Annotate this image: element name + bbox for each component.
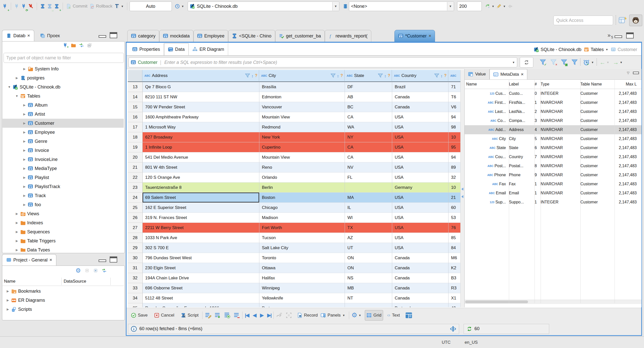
- cell-city[interactable]: Salt Lake City: [259, 243, 345, 253]
- cell-postal[interactable]: 71: [449, 82, 461, 92]
- column-header-name[interactable]: Name: [3, 279, 61, 284]
- panel-tab-metadata[interactable]: MetaData×: [490, 69, 527, 79]
- tree-item-sequences[interactable]: ▶Sequences: [3, 227, 124, 236]
- project-item-scripts[interactable]: ▶Scripts: [3, 305, 124, 314]
- new-sql-script-icon[interactable]: +: [53, 2, 60, 11]
- cell-city[interactable]: Redmond: [259, 122, 345, 132]
- filter-help-icon[interactable]: ?: [444, 73, 447, 78]
- cell-country[interactable]: USA: [392, 142, 449, 152]
- tree-collapse-arrow[interactable]: ▼: [8, 85, 11, 89]
- tree-item-sqlite-chinook-db[interactable]: ▼SQLite - Chinook.db: [3, 82, 124, 92]
- cell-city[interactable]: Winnipeg: [259, 283, 345, 293]
- cell-country[interactable]: USA: [392, 112, 449, 122]
- rollback-button[interactable]: Rollback: [89, 2, 113, 11]
- column-header-country[interactable]: ABCCountry↕?: [392, 70, 448, 82]
- minimize-icon[interactable]: [633, 72, 639, 74]
- tree-item-indexes[interactable]: ▶Indexes: [3, 218, 124, 227]
- minimize-icon[interactable]: [99, 35, 106, 38]
- filter-help-icon[interactable]: ?: [340, 73, 343, 78]
- row-number[interactable]: 13: [128, 82, 143, 92]
- filter-funnel-icon[interactable]: [331, 73, 336, 78]
- cell-postal[interactable]: 32: [449, 172, 461, 183]
- panel-tab-value[interactable]: Value: [465, 69, 490, 79]
- cell-address[interactable]: 700 W Pender Street: [143, 102, 259, 112]
- cell-city[interactable]: Edmonton: [259, 92, 345, 102]
- cell-postal[interactable]: T6: [449, 92, 461, 102]
- reconnect-icon[interactable]: ⟳: [20, 2, 27, 11]
- cell-postal[interactable]: 95: [449, 142, 461, 152]
- filter-funnel-icon[interactable]: [434, 73, 439, 78]
- tree-expand-arrow[interactable]: ▶: [23, 194, 26, 197]
- add-row-icon[interactable]: [214, 312, 221, 319]
- meta-column-header-name[interactable]: Name: [465, 82, 507, 86]
- cell-country[interactable]: Canada: [392, 102, 449, 112]
- cell-state[interactable]: ON: [345, 253, 392, 263]
- row-number[interactable]: 27: [128, 223, 143, 233]
- cell-postal[interactable]: 94: [449, 152, 461, 162]
- tree-item-postgres[interactable]: ▶postgres: [3, 73, 124, 82]
- row-number[interactable]: 15: [128, 102, 143, 112]
- cell-postal[interactable]: 43: [449, 303, 461, 307]
- cell-city[interactable]: Chicago: [259, 203, 345, 213]
- cell-state[interactable]: TX: [345, 223, 392, 233]
- refresh-count-icon[interactable]: [467, 326, 472, 331]
- cell-country[interactable]: Canada: [392, 253, 449, 263]
- cell-address[interactable]: Tauentzienstraße 8: [143, 183, 259, 193]
- tree-expand-arrow[interactable]: ▶: [15, 230, 19, 234]
- cell-country[interactable]: Canada: [392, 283, 449, 293]
- save-filter-icon[interactable]: ▣: [561, 59, 567, 65]
- filter-funnel-icon[interactable]: [378, 73, 383, 78]
- cell-address[interactable]: 120 S Orange Ave: [143, 172, 259, 183]
- cell-address[interactable]: 796 Dundas Street West: [143, 253, 259, 263]
- custom-filter-icon[interactable]: [572, 59, 578, 65]
- cell-postal[interactable]: 10: [449, 132, 461, 142]
- tree-expand-arrow[interactable]: ▶: [23, 167, 26, 170]
- metadata-row[interactable]: ABCCo...Compa...3NVARCHARCustomer2,147,4…: [465, 116, 641, 125]
- tree-expand-arrow[interactable]: ▶: [15, 239, 19, 243]
- navigator-new-connection-icon[interactable]: +: [63, 43, 68, 48]
- tree-item-invoiceline[interactable]: ▶InvoiceLine: [3, 155, 124, 164]
- filter-history-arrow[interactable]: ▼: [512, 61, 515, 64]
- fetch-size-input[interactable]: 200: [457, 2, 482, 11]
- link-with-editor-icon[interactable]: [79, 43, 84, 48]
- tree-item-playlisttrack[interactable]: ▶PlaylistTrack: [3, 182, 124, 191]
- tree-item-tables[interactable]: ▼Tables: [3, 92, 124, 101]
- column-header-postalcode[interactable]: ABC: [448, 70, 461, 82]
- cell-address[interactable]: 162 E Superior Street: [143, 203, 259, 213]
- tree-item-table-triggers[interactable]: ▶Table Triggers: [3, 236, 124, 245]
- connection-dropdown-arrow[interactable]: ▼: [332, 2, 339, 11]
- refresh-button[interactable]: ▼: [484, 2, 496, 11]
- maximize-icon[interactable]: [626, 32, 634, 38]
- cell-city[interactable]: Reno: [259, 162, 345, 172]
- metadata-row[interactable]: ABCCityCity5NVARCHARCustomer2,147,483: [465, 134, 641, 143]
- sort-icon[interactable]: ↕: [441, 74, 443, 78]
- tree-expand-arrow[interactable]: ▶: [15, 76, 19, 80]
- tree-item-employee[interactable]: ▶Employee: [3, 128, 124, 137]
- cell-country[interactable]: USA: [392, 213, 449, 223]
- cell-state[interactable]: IL: [345, 203, 392, 213]
- row-number[interactable]: 14: [128, 92, 143, 102]
- cell-address[interactable]: 8210 111 ST NW: [143, 92, 259, 102]
- row-number[interactable]: 23: [128, 183, 143, 193]
- filter-help-icon[interactable]: ?: [255, 73, 257, 78]
- row-number[interactable]: 20: [128, 152, 143, 162]
- cell-country[interactable]: USA: [392, 203, 449, 213]
- tree-item-track[interactable]: ▶Track: [3, 191, 124, 200]
- fetch-prev-button[interactable]: ←▼: [599, 59, 609, 66]
- cell-postal[interactable]: 10: [449, 183, 461, 193]
- cell-address[interactable]: Qe 7 Bloco G: [143, 82, 259, 92]
- row-number[interactable]: 17: [128, 122, 143, 132]
- tree-expand-arrow[interactable]: ▶: [23, 112, 26, 116]
- column-header-datasource[interactable]: DataSource: [62, 279, 110, 284]
- cell-city[interactable]: Fort Worth: [259, 223, 345, 233]
- cell-city[interactable]: Madison: [259, 213, 345, 223]
- metadata-row[interactable]: ABCCou...Country7NVARCHARCustomer2,147,4…: [465, 152, 641, 161]
- metadata-row[interactable]: ABCAdd...Address4NVARCHARCustomer2,147,4…: [465, 125, 641, 134]
- close-icon[interactable]: ×: [521, 72, 524, 77]
- row-number[interactable]: 16: [128, 112, 143, 122]
- chevron-down-icon[interactable]: ▼: [606, 48, 608, 51]
- metadata-row[interactable]: 123Sup...Suppo...1INTEGERCustomer2,147,4…: [465, 198, 641, 207]
- disconnect-icon[interactable]: [27, 2, 34, 11]
- tx-history-button[interactable]: ▼: [174, 2, 185, 11]
- cell-state[interactable]: DF: [345, 82, 392, 92]
